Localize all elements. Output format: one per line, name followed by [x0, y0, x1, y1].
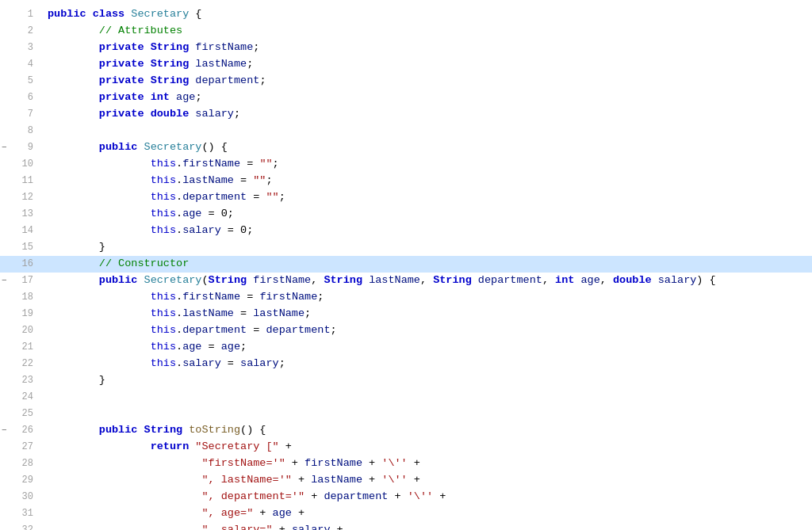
line-content: private String department;	[41, 73, 812, 90]
code-editor: 1public class Secretary {2 // Attributes…	[0, 0, 812, 530]
token-plain: = 0;	[201, 208, 234, 219]
token-plain	[48, 524, 201, 530]
code-line: 32 ", salary=" + salary +	[0, 522, 812, 530]
code-line: 20 this.department = department;	[0, 322, 812, 339]
token-plain	[48, 108, 99, 120]
line-number-label: 4	[28, 57, 33, 72]
token-param: lastName	[253, 307, 304, 319]
token-plain	[48, 25, 99, 36]
token-kw-this: this	[151, 291, 176, 303]
token-plain	[144, 74, 151, 86]
token-kw-double: double	[613, 274, 652, 286]
line-content: private String lastName;	[41, 56, 812, 73]
token-fieldname: salary	[292, 524, 331, 530]
line-content: this.salary = salary;	[41, 356, 812, 372]
code-line: −9 public Secretary() {	[0, 139, 812, 156]
token-plain: =	[240, 158, 259, 170]
token-fieldname: age	[176, 91, 195, 103]
token-plain	[144, 91, 151, 103]
line-number: 2	[0, 24, 41, 39]
line-content: public Secretary() {	[41, 139, 812, 156]
token-plain: ;	[304, 307, 311, 319]
line-content: private String firstName;	[41, 40, 812, 56]
collapse-arrow-icon[interactable]: −	[2, 274, 7, 288]
token-kw-this: this	[151, 174, 176, 186]
line-number: 29	[0, 473, 41, 488]
line-number-label: 20	[22, 323, 33, 338]
code-line: 5 private String department;	[0, 73, 812, 90]
token-plain: =	[221, 357, 240, 369]
token-param: age	[581, 274, 600, 286]
token-fieldname: firstName	[182, 158, 240, 170]
token-param: department	[478, 274, 542, 286]
line-content: this.salary = 0;	[41, 223, 812, 239]
token-plain: .	[176, 191, 182, 203]
token-kw-this: this	[151, 224, 176, 236]
token-fieldname: salary	[195, 108, 234, 120]
token-comment: // Constructor	[99, 257, 189, 269]
token-kw-this: this	[151, 191, 176, 203]
token-plain	[48, 41, 99, 53]
code-line: 18 this.firstName = firstName;	[0, 289, 812, 306]
token-plain: {	[189, 8, 201, 20]
token-kw-int: int	[151, 91, 170, 103]
code-line: −17 public Secretary(String firstName, S…	[0, 273, 812, 289]
token-kw-private: private	[99, 74, 144, 86]
token-kw-public: public	[99, 424, 138, 436]
token-kw-this: this	[151, 357, 176, 369]
token-fieldname: department	[195, 74, 259, 86]
line-content: return "Secretary [" +	[41, 439, 812, 456]
line-number-label: 23	[22, 373, 33, 388]
line-content: }	[41, 372, 812, 389]
line-number: −9	[0, 140, 41, 155]
line-content: private int age;	[41, 90, 812, 106]
token-plain	[144, 108, 151, 120]
line-content: "firstName='" + firstName + '\'' +	[41, 456, 812, 472]
token-plain	[86, 8, 93, 20]
line-number-label: 12	[22, 190, 33, 205]
token-string-val: ""	[266, 191, 278, 203]
token-plain	[48, 507, 201, 519]
token-plain	[48, 357, 151, 369]
token-kw-this: this	[151, 307, 176, 319]
token-plain: ;	[253, 41, 259, 53]
line-number: 24	[0, 390, 41, 405]
token-plain	[48, 158, 151, 170]
line-number-label: 3	[28, 40, 33, 55]
token-plain	[48, 58, 99, 70]
token-plain	[48, 191, 151, 203]
token-plain	[48, 141, 99, 153]
token-plain	[48, 424, 99, 436]
line-content: // Constructor	[41, 256, 812, 273]
code-line: −26 public String toString() {	[0, 422, 812, 439]
token-plain	[48, 91, 99, 103]
token-param: firstName	[253, 274, 311, 286]
code-line: 22 this.salary = salary;	[0, 356, 812, 372]
line-number: 30	[0, 490, 41, 505]
token-fieldname: salary	[182, 224, 221, 236]
line-number-label: 11	[22, 173, 33, 189]
token-type-string: String	[151, 74, 190, 86]
token-plain	[170, 91, 176, 103]
token-type-string: String	[433, 274, 472, 286]
token-fieldname: age	[182, 341, 201, 353]
line-content	[41, 406, 812, 422]
code-line: 6 private int age;	[0, 90, 812, 106]
token-plain: .	[176, 307, 182, 319]
line-number: 11	[0, 173, 41, 189]
token-kw-double: double	[151, 108, 190, 120]
collapse-arrow-icon[interactable]: −	[2, 424, 7, 437]
line-content: this.department = department;	[41, 322, 812, 339]
token-param: salary	[658, 274, 697, 286]
token-plain: +	[433, 490, 446, 502]
line-number-label: 18	[22, 290, 33, 305]
token-fieldname: age	[182, 208, 201, 219]
token-plain: ,	[542, 274, 555, 286]
line-number-label: 10	[22, 157, 33, 172]
line-content: this.lastName = lastName;	[41, 306, 812, 322]
line-number: 1	[0, 7, 41, 22]
token-comment: // Attributes	[99, 25, 182, 36]
line-number: 31	[0, 506, 41, 521]
code-line: 24	[0, 389, 812, 406]
collapse-arrow-icon[interactable]: −	[2, 141, 7, 154]
